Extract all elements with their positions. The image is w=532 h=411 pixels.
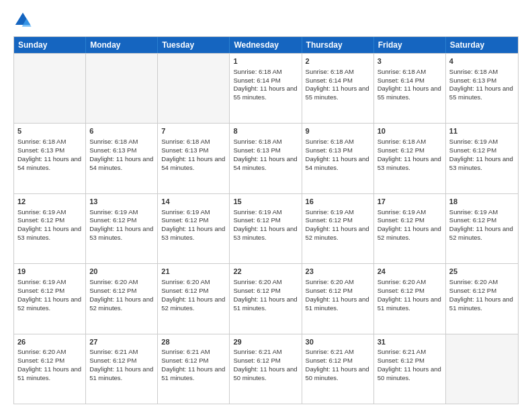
sunset-label: Sunset: 6:12 PM — [17, 357, 64, 364]
sunrise-label: Sunrise: 6:19 AM — [306, 208, 354, 216]
day-number: 13 — [89, 197, 154, 207]
day-number: 10 — [378, 126, 442, 136]
sunrise-label: Sunrise: 6:19 AM — [449, 208, 498, 216]
day-number: 5 — [17, 126, 82, 136]
daylight-label: Daylight: 11 hours and 52 minutes. — [17, 295, 81, 312]
calendar-cell: 10Sunrise: 6:18 AMSunset: 6:12 PMDayligh… — [374, 124, 446, 193]
calendar-cell: 17Sunrise: 6:19 AMSunset: 6:12 PMDayligh… — [374, 194, 446, 263]
day-number: 14 — [161, 197, 226, 207]
sunrise-label: Sunrise: 6:18 AM — [17, 138, 66, 145]
daylight-label: Daylight: 11 hours and 54 minutes. — [89, 155, 153, 171]
day-header-wednesday: Wednesday — [230, 37, 302, 53]
daylight-label: Daylight: 11 hours and 51 minutes. — [306, 295, 369, 312]
sunset-label: Sunset: 6:13 PM — [233, 146, 280, 154]
sunset-label: Sunset: 6:12 PM — [233, 287, 280, 294]
sunrise-label: Sunrise: 6:19 AM — [17, 208, 66, 216]
daylight-label: Daylight: 11 hours and 53 minutes. — [89, 225, 153, 241]
daylight-label: Daylight: 11 hours and 51 minutes. — [89, 365, 153, 381]
sunset-label: Sunset: 6:13 PM — [89, 146, 136, 154]
daylight-label: Daylight: 11 hours and 55 minutes. — [306, 85, 369, 101]
calendar-cell: 23Sunrise: 6:20 AMSunset: 6:12 PMDayligh… — [302, 264, 374, 333]
calendar-cell: 28Sunrise: 6:21 AMSunset: 6:12 PMDayligh… — [158, 334, 230, 404]
daylight-label: Daylight: 11 hours and 52 minutes. — [378, 225, 441, 241]
calendar-cell: 21Sunrise: 6:20 AMSunset: 6:12 PMDayligh… — [158, 264, 230, 333]
day-number: 23 — [306, 267, 370, 277]
day-number: 26 — [17, 337, 82, 347]
sunrise-label: Sunrise: 6:21 AM — [161, 348, 210, 355]
day-number: 31 — [378, 337, 442, 347]
calendar-row-0: 1Sunrise: 6:18 AMSunset: 6:14 PMDaylight… — [14, 53, 518, 123]
sunrise-label: Sunrise: 6:20 AM — [233, 278, 281, 285]
sunrise-label: Sunrise: 6:18 AM — [306, 68, 354, 75]
sunset-label: Sunset: 6:12 PM — [449, 146, 496, 154]
calendar-cell: 14Sunrise: 6:19 AMSunset: 6:12 PMDayligh… — [158, 194, 230, 263]
calendar-row-4: 26Sunrise: 6:20 AMSunset: 6:12 PMDayligh… — [14, 334, 518, 404]
day-number: 11 — [449, 126, 515, 136]
day-number: 8 — [233, 126, 298, 136]
day-number: 7 — [161, 126, 226, 136]
calendar-cell: 9Sunrise: 6:18 AMSunset: 6:13 PMDaylight… — [302, 124, 374, 193]
sunset-label: Sunset: 6:13 PM — [306, 146, 353, 154]
day-number: 16 — [306, 197, 370, 207]
calendar-cell: 7Sunrise: 6:18 AMSunset: 6:13 PMDaylight… — [158, 124, 230, 193]
sunrise-label: Sunrise: 6:18 AM — [161, 138, 210, 145]
day-number: 27 — [89, 337, 154, 347]
page: SundayMondayTuesdayWednesdayThursdayFrid… — [0, 0, 532, 411]
daylight-label: Daylight: 11 hours and 51 minutes. — [378, 295, 441, 312]
daylight-label: Daylight: 11 hours and 52 minutes. — [161, 295, 225, 312]
calendar: SundayMondayTuesdayWednesdayThursdayFrid… — [13, 36, 519, 404]
sunset-label: Sunset: 6:12 PM — [306, 287, 353, 294]
calendar-header-row: SundayMondayTuesdayWednesdayThursdayFrid… — [14, 37, 518, 53]
calendar-cell: 4Sunrise: 6:18 AMSunset: 6:13 PMDaylight… — [446, 54, 518, 123]
day-number: 21 — [161, 267, 226, 277]
sunset-label: Sunset: 6:12 PM — [449, 216, 496, 224]
sunset-label: Sunset: 6:12 PM — [161, 216, 208, 224]
day-number: 28 — [161, 337, 226, 347]
day-number: 2 — [306, 56, 370, 66]
sunrise-label: Sunrise: 6:21 AM — [89, 348, 138, 355]
calendar-cell: 15Sunrise: 6:19 AMSunset: 6:12 PMDayligh… — [230, 194, 302, 263]
sunset-label: Sunset: 6:12 PM — [89, 357, 136, 364]
sunset-label: Sunset: 6:12 PM — [378, 146, 425, 154]
calendar-cell: 18Sunrise: 6:19 AMSunset: 6:12 PMDayligh… — [446, 194, 518, 263]
sunset-label: Sunset: 6:14 PM — [378, 77, 425, 84]
calendar-cell: 24Sunrise: 6:20 AMSunset: 6:12 PMDayligh… — [374, 264, 446, 333]
sunset-label: Sunset: 6:12 PM — [161, 357, 208, 364]
calendar-cell: 5Sunrise: 6:18 AMSunset: 6:13 PMDaylight… — [14, 124, 86, 193]
daylight-label: Daylight: 11 hours and 54 minutes. — [17, 155, 81, 171]
day-number: 29 — [233, 337, 298, 347]
sunrise-label: Sunrise: 6:19 AM — [89, 208, 138, 216]
sunset-label: Sunset: 6:14 PM — [306, 77, 353, 84]
sunrise-label: Sunrise: 6:19 AM — [378, 208, 426, 216]
sunset-label: Sunset: 6:12 PM — [89, 216, 136, 224]
sunset-label: Sunset: 6:12 PM — [89, 287, 136, 294]
daylight-label: Daylight: 11 hours and 51 minutes. — [161, 365, 225, 381]
calendar-cell — [158, 54, 230, 123]
sunrise-label: Sunrise: 6:20 AM — [17, 348, 66, 355]
calendar-cell: 31Sunrise: 6:21 AMSunset: 6:12 PMDayligh… — [374, 334, 446, 404]
day-number: 3 — [378, 56, 442, 66]
day-number: 15 — [233, 197, 298, 207]
day-header-monday: Monday — [86, 37, 158, 53]
day-number: 30 — [306, 337, 370, 347]
calendar-cell: 20Sunrise: 6:20 AMSunset: 6:12 PMDayligh… — [86, 264, 158, 333]
daylight-label: Daylight: 11 hours and 55 minutes. — [378, 85, 441, 101]
day-number: 12 — [17, 197, 82, 207]
daylight-label: Daylight: 11 hours and 51 minutes. — [233, 295, 297, 312]
daylight-label: Daylight: 11 hours and 53 minutes. — [17, 225, 81, 241]
daylight-label: Daylight: 11 hours and 50 minutes. — [233, 365, 297, 381]
calendar-cell: 1Sunrise: 6:18 AMSunset: 6:14 PMDaylight… — [230, 54, 302, 123]
sunrise-label: Sunrise: 6:20 AM — [306, 278, 354, 285]
sunrise-label: Sunrise: 6:18 AM — [378, 138, 426, 145]
sunset-label: Sunset: 6:12 PM — [161, 287, 208, 294]
day-number: 20 — [89, 267, 154, 277]
sunrise-label: Sunrise: 6:20 AM — [378, 278, 426, 285]
calendar-row-3: 19Sunrise: 6:19 AMSunset: 6:12 PMDayligh… — [14, 263, 518, 333]
sunrise-label: Sunrise: 6:19 AM — [449, 138, 498, 145]
sunset-label: Sunset: 6:12 PM — [17, 216, 64, 224]
calendar-cell: 11Sunrise: 6:19 AMSunset: 6:12 PMDayligh… — [446, 124, 518, 193]
sunrise-label: Sunrise: 6:20 AM — [89, 278, 138, 285]
calendar-cell: 26Sunrise: 6:20 AMSunset: 6:12 PMDayligh… — [14, 334, 86, 404]
calendar-cell: 30Sunrise: 6:21 AMSunset: 6:12 PMDayligh… — [302, 334, 374, 404]
sunset-label: Sunset: 6:12 PM — [233, 216, 280, 224]
